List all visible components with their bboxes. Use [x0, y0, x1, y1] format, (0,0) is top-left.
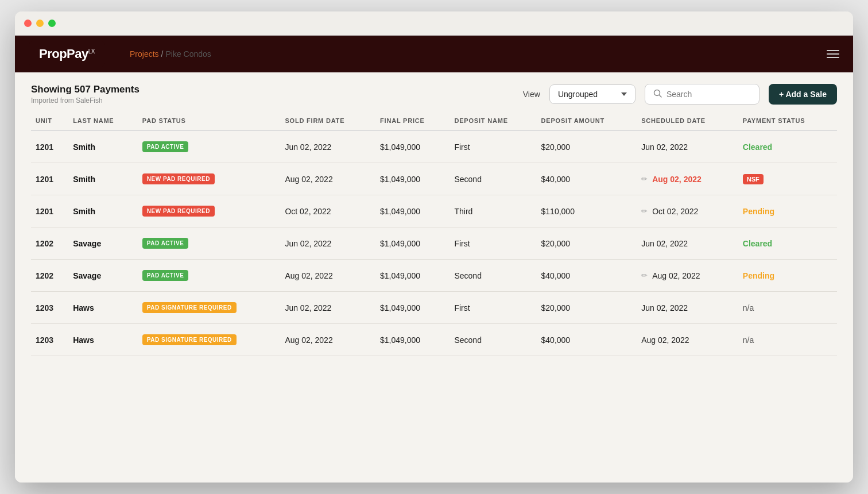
pad-status-badge: PAD SIGNATURE REQUIRED	[142, 302, 237, 313]
hamburger-menu[interactable]	[827, 50, 839, 58]
search-input[interactable]	[666, 90, 747, 99]
table-row: 1202SavagePAD ACTIVEJun 02, 2022$1,049,0…	[31, 227, 837, 260]
payment-status-pending: Pending	[743, 271, 774, 280]
table-row: 1202SavagePAD ACTIVEAug 02, 2022$1,049,0…	[31, 260, 837, 292]
cell-payment-status: Pending	[738, 260, 837, 292]
table-row: 1201SmithNEW PAD REQUIREDOct 02, 2022$1,…	[31, 195, 837, 227]
col-sold-firm-date: SOLD FIRM DATE	[280, 111, 375, 130]
maximize-button[interactable]	[48, 20, 56, 27]
payment-status-cleared: Cleared	[743, 239, 772, 248]
search-box	[645, 84, 760, 105]
edit-date-icon[interactable]: ✏	[641, 207, 648, 215]
cell-payment-status: n/a	[738, 292, 837, 324]
scheduled-date-value: Jun 02, 2022	[641, 142, 688, 152]
menu-bar-3	[827, 57, 839, 58]
edit-date-icon[interactable]: ✏	[641, 175, 648, 183]
cell-unit: 1201	[31, 195, 68, 227]
cell-payment-status: Cleared	[738, 130, 837, 163]
col-deposit-name: DEPOSIT NAME	[450, 111, 536, 130]
cell-deposit-name: First	[450, 227, 536, 260]
cell-deposit-name: First	[450, 292, 536, 324]
cell-last-name: Savage	[68, 227, 138, 260]
menu-bar-2	[827, 53, 839, 55]
scheduled-date-value: Oct 02, 2022	[652, 207, 698, 216]
cell-scheduled-date: Jun 02, 2022	[637, 227, 738, 260]
cell-pad-status: PAD ACTIVE	[138, 130, 281, 163]
showing-sub: Imported from SaleFish	[31, 97, 140, 105]
cell-final-price: $1,049,000	[375, 260, 450, 292]
pad-status-badge: PAD ACTIVE	[142, 270, 188, 281]
payment-status-nsf: NSF	[743, 174, 764, 184]
pad-status-badge: PAD ACTIVE	[142, 141, 188, 152]
cell-sold-firm-date: Aug 02, 2022	[280, 163, 375, 195]
payments-table: UNIT LAST NAME PAD STATUS SOLD FIRM DATE…	[31, 111, 837, 356]
cell-sold-firm-date: Jun 02, 2022	[280, 227, 375, 260]
payment-status-pending: Pending	[743, 207, 774, 216]
cell-unit: 1203	[31, 324, 68, 356]
cell-scheduled-date: Jun 02, 2022	[637, 130, 738, 163]
cell-scheduled-date: ✏Aug 02, 2022	[637, 163, 738, 195]
cell-deposit-amount: $20,000	[537, 227, 637, 260]
menu-bar-1	[827, 50, 839, 51]
cell-sold-firm-date: Oct 02, 2022	[280, 195, 375, 227]
scheduled-date-value: Aug 02, 2022	[652, 271, 700, 280]
table-row: 1201SmithNEW PAD REQUIREDAug 02, 2022$1,…	[31, 163, 837, 195]
svg-line-1	[659, 95, 661, 98]
cell-payment-status: NSF	[738, 163, 837, 195]
cell-deposit-name: Second	[450, 324, 536, 356]
minimize-button[interactable]	[36, 20, 44, 27]
col-payment-status: PAYMENT STATUS	[738, 111, 837, 130]
toolbar-left: Showing 507 Payments Imported from SaleF…	[31, 84, 140, 105]
table-header-row: UNIT LAST NAME PAD STATUS SOLD FIRM DATE…	[31, 111, 837, 130]
cell-last-name: Smith	[68, 130, 138, 163]
breadcrumb-separator: /	[161, 49, 164, 59]
cell-scheduled-date: Jun 02, 2022	[637, 292, 738, 324]
cell-sold-firm-date: Aug 02, 2022	[280, 324, 375, 356]
cell-pad-status: PAD ACTIVE	[138, 260, 281, 292]
breadcrumb-projects[interactable]: Projects	[130, 49, 159, 59]
toolbar-right: View Ungrouped + Add a Sale	[523, 84, 837, 105]
pad-status-badge: PAD SIGNATURE REQUIRED	[142, 334, 237, 345]
col-final-price: FINAL PRICE	[375, 111, 450, 130]
search-icon	[653, 89, 662, 99]
cell-pad-status: PAD ACTIVE	[138, 227, 281, 260]
close-button[interactable]	[24, 20, 32, 27]
cell-unit: 1201	[31, 130, 68, 163]
app-logo: PropPayLX	[39, 47, 95, 61]
cell-unit: 1203	[31, 292, 68, 324]
edit-date-icon[interactable]: ✏	[641, 271, 648, 280]
col-unit: UNIT	[31, 111, 68, 130]
cell-last-name: Haws	[68, 324, 138, 356]
cell-deposit-name: Second	[450, 260, 536, 292]
cell-last-name: Savage	[68, 260, 138, 292]
cell-final-price: $1,049,000	[375, 324, 450, 356]
col-last-name: LAST NAME	[68, 111, 138, 130]
table-container: UNIT LAST NAME PAD STATUS SOLD FIRM DATE…	[15, 111, 853, 483]
cell-payment-status: n/a	[738, 324, 837, 356]
cell-pad-status: NEW PAD REQUIRED	[138, 195, 281, 227]
cell-final-price: $1,049,000	[375, 292, 450, 324]
cell-deposit-name: First	[450, 130, 536, 163]
titlebar	[15, 11, 853, 36]
table-row: 1201SmithPAD ACTIVEJun 02, 2022$1,049,00…	[31, 130, 837, 163]
cell-unit: 1202	[31, 227, 68, 260]
cell-deposit-amount: $40,000	[537, 324, 637, 356]
cell-scheduled-date: ✏Oct 02, 2022	[637, 195, 738, 227]
add-sale-button[interactable]: + Add a Sale	[769, 84, 837, 105]
cell-deposit-amount: $20,000	[537, 130, 637, 163]
breadcrumb: Projects / Pike Condos	[130, 49, 211, 59]
header: PropPayLX Projects / Pike Condos	[15, 36, 853, 72]
cell-payment-status: Cleared	[738, 227, 837, 260]
cell-deposit-amount: $40,000	[537, 163, 637, 195]
cell-pad-status: PAD SIGNATURE REQUIRED	[138, 324, 281, 356]
chevron-down-icon	[621, 92, 627, 96]
cell-deposit-name: Third	[450, 195, 536, 227]
cell-final-price: $1,049,000	[375, 130, 450, 163]
payment-status-na: n/a	[743, 335, 754, 345]
view-select[interactable]: Ungrouped	[549, 84, 636, 104]
col-pad-status: PAD STATUS	[138, 111, 281, 130]
cell-sold-firm-date: Jun 02, 2022	[280, 130, 375, 163]
pad-status-badge: NEW PAD REQUIRED	[142, 173, 215, 184]
cell-sold-firm-date: Aug 02, 2022	[280, 260, 375, 292]
cell-final-price: $1,049,000	[375, 227, 450, 260]
